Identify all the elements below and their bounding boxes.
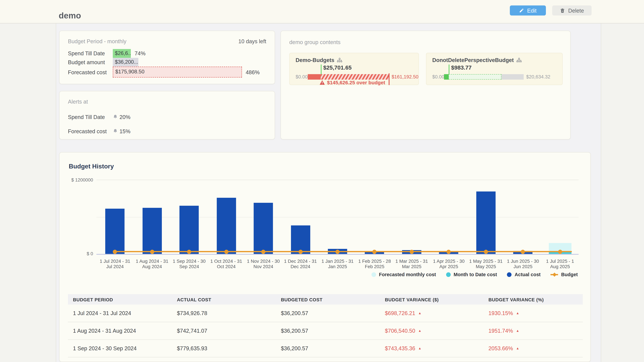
actual-cost-bar [105,209,124,254]
budget-period-row: Budget amount$36,200.... [68,58,269,67]
budget-period-row-label: Budget amount [68,59,113,65]
edit-button-label: Edit [527,7,536,14]
bar-remaining-segment [502,74,524,80]
budget-line-point [187,250,191,254]
actual-cost-bar [142,208,162,254]
budget-period-card: Budget Period - monthly 10 days left Spe… [59,31,275,84]
x-axis-label: 1 Oct 2024 - 31Oct 2024 [208,259,245,270]
page-header: demo Edit Delete [0,0,644,23]
variance-value: $698,726.21 [385,310,415,317]
delete-button-label: Delete [568,7,584,14]
table-header-cell: BUDGET PERIOD [68,297,172,302]
x-axis-label: 1 Jul 2024 - 31Jul 2024 [96,259,134,270]
legend-label: Forecasted monthly cost [379,272,436,277]
over-budget-warning: $145,626.25 over budget [320,80,385,85]
legend-dot [371,272,376,277]
budget-history-card: Budget History $ 1200000$ 01 Jul 2024 - … [59,152,591,362]
alert-threshold-value: 15% [120,128,130,134]
table-header-cell: BUDGET VARIANCE ($) [380,297,484,302]
budget-line-point [521,250,525,254]
page-title: demo [59,11,81,21]
variance-value: $706,540.50 [385,328,415,334]
budget-limit-line [389,73,390,85]
x-axis-label: 1 Nov 2024 - 30Nov 2024 [245,259,282,270]
x-axis-label: 1 Mar 2025 - 31Mar 2025 [393,259,430,270]
up-triangle-icon: ▲ [516,347,519,351]
budget-period-value-chip: $26,6... [113,49,131,58]
x-axis-label: 1 Aug 2024 - 31Aug 2024 [134,259,170,270]
budget-line-point [150,250,154,254]
table-cell: $36,200.57 [276,310,380,317]
group-contents-title: demo group contents [289,39,340,45]
table-cell: 1 Sep 2024 - 30 Sep 2024 [68,345,172,352]
budget-line-point [261,250,266,254]
group-budget-card[interactable]: Demo-Budgets$25,701.65$0.00$161,192.50$1… [289,53,419,85]
budget-line-point [336,250,340,254]
alert-row-label: Forecasted cost [68,128,113,134]
table-row[interactable]: 1 Jul 2024 - 31 Jul 2024$734,926.78$36,2… [68,305,583,322]
table-row[interactable]: 1 Aug 2024 - 31 Aug 2024$742,741.07$36,2… [68,322,583,340]
budget-line-point [446,250,451,254]
budget-period-rows: Spend Till Date$26,6...74%Budget amount$… [68,49,269,78]
alerts-title: Alerts at [68,98,88,105]
gridline-middle [96,217,578,218]
group-budget-list: Demo-Budgets$25,701.65$0.00$161,192.50$1… [289,53,563,85]
table-cell: 1 Aug 2024 - 31 Aug 2024 [68,328,172,334]
up-triangle-icon: ▲ [516,329,519,333]
budget-period-title: Budget Period - monthly [68,38,126,44]
warning-icon [320,80,325,85]
alerts-card: Alerts at Spend Till Date20%Forecasted c… [59,91,275,140]
group-budget-name-text: DonotDeletePerspectiveBudget [432,57,514,63]
actual-cost-bar [476,192,496,254]
alert-row: Spend Till Date20% [68,110,266,124]
table-cell: $36,200.57 [276,345,380,352]
bar-spend-segment [444,74,449,80]
budget-period-value-chip: $36,200.... [113,58,138,67]
budget-period-row-percent: 486% [246,69,260,75]
table-cell: 1951.74%▲ [484,328,583,334]
x-axis-label: 1 Jul 2025 - 1Aug 2025 [542,259,578,270]
variance-value: $743,435.36 [385,345,415,352]
table-header-cell: BUDGET VARIANCE (%) [484,297,583,302]
x-axis-label: 1 Feb 2025 - 28Feb 2025 [356,259,393,270]
x-axis-label: 1 Dec 2024 - 31Dec 2024 [282,259,319,270]
budget-line-point [410,250,414,254]
table-header-row: BUDGET PERIODACTUAL COSTBUDGETED COSTBUD… [68,294,583,305]
chart-legend: Forecasted monthly costMonth to Date cos… [371,272,578,277]
up-triangle-icon: ▲ [418,311,422,315]
y-axis-label-max: $ 1200000 [64,177,93,182]
table-body: 1 Jul 2024 - 31 Jul 2024$734,926.78$36,2… [68,305,583,358]
pencil-icon [519,8,524,13]
hierarchy-icon [337,57,343,63]
x-axis-label: 1 Apr 2025 - 30Apr 2025 [430,259,467,270]
alert-row-value: 20% [113,114,130,120]
bar-spend-segment [308,74,321,80]
bar-forecast-segment [448,74,501,80]
legend-item: Actual cost [507,272,540,277]
table-header-cell: BUDGETED COST [276,297,380,302]
table-cell: $36,200.57 [276,328,380,334]
y-axis-label-zero: $ 0 [64,251,93,256]
bar-min-label: $0.00 [296,74,308,80]
app-window: demo Edit Delete Budget Period - monthly… [0,0,644,362]
gridline-top [96,180,578,180]
edit-button[interactable]: Edit [510,5,546,15]
budget-line-point [558,250,562,254]
up-triangle-icon: ▲ [418,347,422,351]
budget-period-row-label: Spend Till Date [68,50,113,57]
group-budget-spend-value: $983.77 [451,64,472,71]
legend-item: Budget [550,272,578,277]
legend-label: Actual cost [514,272,540,277]
budget-period-value-chip: $175,908.50 [113,67,242,78]
group-budget-card[interactable]: DonotDeletePerspectiveBudget$983.77$0.00… [426,53,563,85]
table-row[interactable]: 1 Sep 2024 - 30 Sep 2024$779,635.93$36,2… [68,340,583,358]
bell-icon [113,114,118,119]
up-triangle-icon: ▲ [418,329,422,333]
legend-dot [446,272,451,277]
table-cell: $779,635.93 [172,345,276,352]
legend-dot [507,272,512,277]
table-cell: 2053.66%▲ [484,345,583,352]
alerts-rows: Spend Till Date20%Forecasted cost15% [68,110,266,138]
budget-legend-diamond [552,272,556,277]
delete-button[interactable]: Delete [552,5,592,15]
